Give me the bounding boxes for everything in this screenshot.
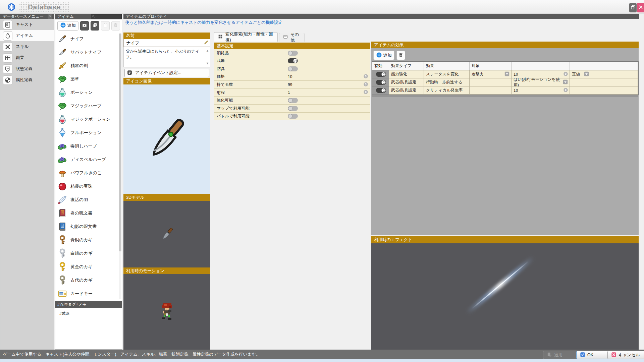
list-item-9[interactable]: ディスペルハーブ [55, 153, 122, 166]
toggle-switch[interactable] [288, 114, 298, 119]
sidebar-item-item[interactable]: アイテム [0, 30, 54, 41]
list-item-15[interactable]: 青銅のカギ [55, 233, 122, 247]
list-item-4[interactable]: ポーション [55, 86, 122, 99]
duplicate-button[interactable] [91, 21, 99, 31]
icon-image-preview[interactable] [123, 84, 210, 194]
column-header: 有効 [372, 62, 389, 70]
dropdown-icon[interactable] [584, 71, 589, 78]
effects-cell[interactable]: はい(歩行モーションを使用) [512, 78, 570, 86]
item-list-scrollbar[interactable] [119, 33, 121, 299]
setting-value: 1 [285, 89, 370, 97]
trash-icon [113, 22, 118, 29]
effect-row[interactable]: 能力強化 ステータスを変化 攻撃力 10 直値 [372, 70, 638, 78]
restore-window-button[interactable] [629, 3, 637, 12]
effect-row[interactable]: 武器/防具設定 行動時一歩前進する はい(歩行モーションを使用) [372, 78, 638, 86]
setting-label: バトルで利用可能 [214, 113, 285, 120]
tag-note: #武器 [59, 311, 70, 316]
list-item-1[interactable]: サバットナイフ [55, 46, 122, 59]
number-value[interactable]: 1 [288, 90, 290, 95]
list-item-19[interactable]: カードキー [55, 287, 122, 300]
effects-cell [470, 78, 512, 86]
sidebar-item-cast[interactable]: キャスト [0, 19, 54, 30]
list-item-10[interactable]: パワフルきのこ [55, 166, 122, 180]
properties-summary: 使うと恒久的または一時的にキャストの能力を変化させるアイテムごとの機能設定 [125, 20, 461, 26]
dropdown-icon[interactable] [504, 71, 510, 78]
sidebar-item-attribute[interactable]: 属性定義 [0, 74, 54, 85]
herb-icon [57, 74, 68, 84]
effects-cell[interactable]: 攻撃力 [470, 70, 512, 78]
scroll-down-icon[interactable]: ▼ [206, 61, 209, 66]
tab-change-elements[interactable]: 変化要素(能力・耐性・回復) [214, 32, 278, 42]
setting-row: バトルで利用可能 [214, 113, 370, 120]
spinner-icon[interactable] [563, 71, 568, 77]
paste-button[interactable] [101, 21, 110, 31]
effects-cell[interactable]: 10 [512, 86, 570, 95]
number-value[interactable]: 10 [288, 74, 292, 79]
cardkey-icon [57, 288, 68, 299]
spinner-icon[interactable] [363, 89, 368, 96]
spinner-icon[interactable] [563, 87, 568, 94]
sidebar-item-job[interactable]: 職業 [0, 52, 54, 63]
effect-row[interactable]: 武器/防具設定 クリティカル発生率 10 [372, 86, 638, 95]
spinner-icon[interactable] [363, 74, 368, 80]
model-3d-preview[interactable] [123, 201, 210, 267]
tab-other[interactable]: その他 [279, 33, 305, 42]
item-name-input[interactable] [126, 40, 204, 46]
sidebar-item-state[interactable]: 状態定義 [0, 63, 54, 74]
toggle-switch[interactable] [288, 58, 298, 63]
list-item-label: サバットナイフ [70, 49, 102, 55]
item-list: ナイフ サバットナイフ 精霊の剣 薬草 ポーション マジックハーブ マジックポー… [55, 32, 122, 301]
toggle-switch[interactable] [376, 88, 386, 93]
number-value[interactable]: 99 [288, 82, 292, 87]
list-item-13[interactable]: 炎の呪文書 [55, 206, 122, 220]
setting-value: 99 [285, 81, 370, 88]
pencil-icon[interactable] [204, 40, 209, 46]
item-description-box[interactable]: 父から誕生日にもらった、小ぶりのナイフ。 ▲ ▼ [123, 47, 210, 67]
sidebar-item-skill[interactable]: スキル [0, 41, 54, 52]
list-item-3[interactable]: 薬草 [55, 72, 122, 86]
add-folder-button[interactable] [80, 21, 89, 31]
toggle-switch[interactable] [288, 106, 298, 111]
list-item-5[interactable]: マジックハーブ [55, 99, 122, 113]
scrollbar-thumb[interactable] [119, 34, 121, 251]
toggle-switch[interactable] [288, 66, 298, 71]
list-item-8[interactable]: 毒消しハーブ [55, 139, 122, 153]
list-item-16[interactable]: 白銀のカギ [55, 247, 122, 260]
list-item-7[interactable]: フルポーション [55, 126, 122, 139]
use-effect-preview[interactable] [371, 243, 639, 350]
item-event-settings-button[interactable]: アイテムイベント設定... [124, 69, 209, 77]
list-item-17[interactable]: 黄金のカギ [55, 260, 122, 274]
dropdown-icon[interactable] [562, 79, 568, 86]
effects-cell[interactable]: 直値 [570, 70, 591, 78]
effects-table-header: 有効効果タイプ効果対象 [372, 62, 638, 70]
list-item-label: フルポーション [70, 130, 102, 136]
list-item-2[interactable]: 精霊の剣 [55, 59, 122, 72]
character-sprite [160, 303, 174, 321]
search-input[interactable] [95, 14, 120, 19]
list-item-14[interactable]: 幻影の呪文書 [55, 220, 122, 233]
cancel-button[interactable]: キャンセル [607, 351, 644, 359]
list-item-11[interactable]: 精霊の宝珠 [55, 180, 122, 193]
toggle-switch[interactable] [288, 98, 298, 103]
cell-text: 武器/防具設定 [391, 79, 416, 85]
effects-table-hscrollbar[interactable] [372, 95, 638, 97]
add-item-button[interactable]: 追加 [57, 21, 78, 31]
toggle-switch[interactable] [376, 80, 386, 85]
add-effect-button[interactable]: 追加 [373, 51, 394, 60]
list-item-0[interactable]: ナイフ [55, 32, 122, 46]
list-item-6[interactable]: マジックポーション [55, 113, 122, 126]
motion-preview[interactable] [123, 274, 210, 350]
list-item-18[interactable]: 古代のカギ [55, 274, 122, 287]
close-window-button[interactable] [637, 3, 644, 12]
icon-image-header: アイコン画像 [123, 78, 210, 84]
delete-effect-button[interactable] [396, 51, 405, 60]
toggle-switch[interactable] [288, 51, 298, 56]
search-box[interactable] [91, 14, 122, 19]
spinner-icon[interactable] [363, 82, 368, 88]
scroll-up-icon[interactable]: ▲ [206, 49, 209, 53]
toggle-switch[interactable] [376, 72, 386, 77]
tag-memo-body[interactable]: #武器 [55, 308, 122, 350]
delete-button[interactable] [111, 21, 120, 31]
sidebar-collapse-button[interactable] [48, 14, 52, 19]
list-item-12[interactable]: 復活の羽 [55, 193, 122, 206]
